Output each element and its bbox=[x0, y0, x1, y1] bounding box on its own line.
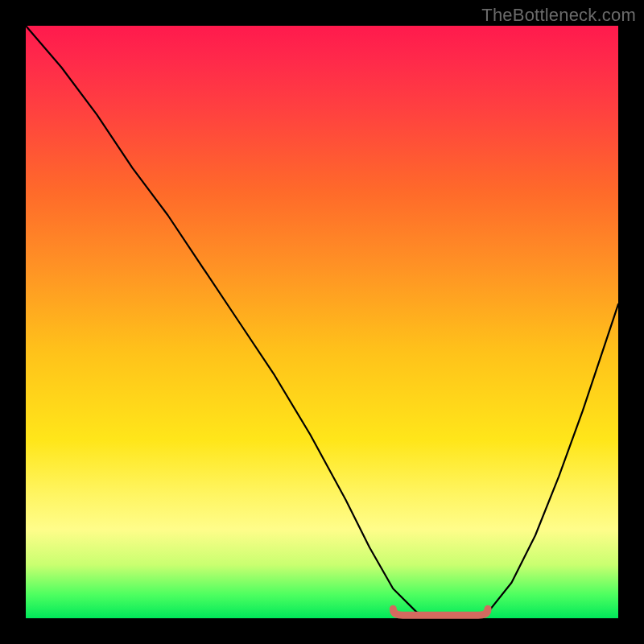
watermark-text: TheBottleneck.com bbox=[481, 5, 636, 26]
optimal-region-marker bbox=[393, 609, 488, 615]
bottleneck-curve bbox=[26, 26, 618, 618]
chart-plot-area bbox=[26, 26, 618, 618]
chart-frame: TheBottleneck.com bbox=[0, 0, 644, 644]
chart-svg bbox=[26, 26, 618, 618]
